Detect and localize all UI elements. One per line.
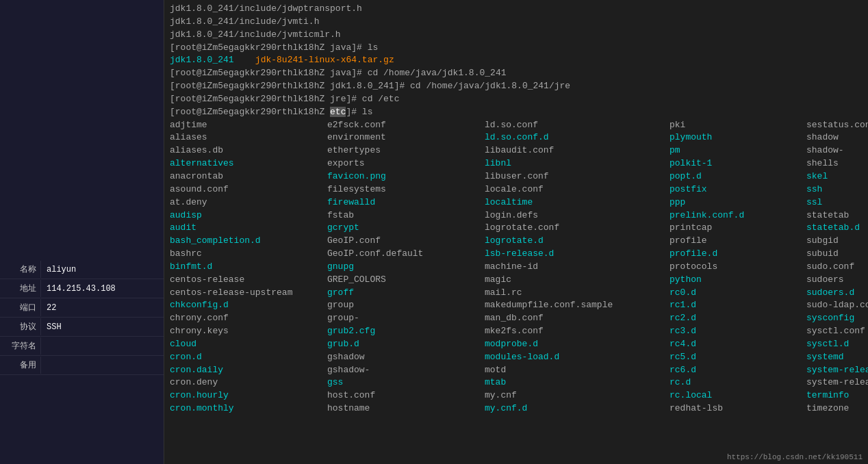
ls-item: rc.d <box>669 376 806 389</box>
ls-item: machine-id <box>485 261 669 274</box>
ls-item: gnupg <box>327 261 485 274</box>
terminal-prompt-cd2: [root@iZm5egagkkr290rthlk18hZ jdk1.8.0_2… <box>170 80 863 93</box>
ls-item: profile.d <box>669 248 806 261</box>
ls-item: lsb-release.d <box>485 248 669 261</box>
ls-col-5: sestatus.confshadowshadow-shellsskelsshs… <box>806 119 868 415</box>
ls-item: hostname <box>327 402 485 415</box>
ls-item: rc6.d <box>669 364 806 377</box>
sidebar-value-charset <box>41 344 52 349</box>
ls-item: cron.deny <box>170 376 327 389</box>
ls-item: sudoers.d <box>806 287 868 300</box>
ls-item: group <box>327 299 485 312</box>
ls-item: rc1.d <box>669 299 806 312</box>
sidebar-row-ip: 地址 114.215.43.108 <box>0 279 164 298</box>
ls-item: libaudit.conf <box>485 144 669 157</box>
sidebar-value-backup <box>41 363 52 368</box>
ls-item: cron.hourly <box>170 389 327 402</box>
ls-item: grub2.cfg <box>327 325 485 338</box>
ls-item: redhat-lsb <box>669 402 806 415</box>
terminal: jdk1.8.0_241/include/jdwptransport.h jdk… <box>164 0 868 464</box>
ls-item: ld.so.conf.d <box>485 131 669 144</box>
ls-item: ssl <box>806 196 868 209</box>
ls-item: gcrypt <box>327 222 485 235</box>
ls-item: bashrc <box>170 248 327 261</box>
ls-item: pki <box>669 119 806 132</box>
ls-item: rc5.d <box>669 351 806 364</box>
sidebar-row-port: 端口 22 <box>0 298 164 318</box>
ls-item: ssh <box>806 183 868 196</box>
ls-item: alternatives <box>170 157 327 170</box>
sidebar-label-protocol: 协议 <box>0 318 41 335</box>
ls-item: shadow- <box>806 144 868 157</box>
ls-item: aliases <box>170 131 327 144</box>
ls-item: modules-load.d <box>485 351 669 364</box>
ls-item: postfix <box>669 183 806 196</box>
ls-item: asound.conf <box>170 183 327 196</box>
ls-item: filesystems <box>327 183 485 196</box>
ls-item: mtab <box>485 376 669 389</box>
ls-item: firewalld <box>327 196 485 209</box>
ls-item: sudo.conf <box>806 261 868 274</box>
ls-item: man_db.conf <box>485 312 669 325</box>
ls-item: GeoIP.conf <box>327 235 485 248</box>
ls-item: statetab.d <box>806 222 868 235</box>
ls-item: grub.d <box>327 338 485 351</box>
ls-item: login.defs <box>485 209 669 222</box>
ls-item: sysconfig <box>806 312 868 325</box>
sidebar-value-protocol: SSH <box>41 320 67 335</box>
ls-item: cron.d <box>170 351 327 364</box>
ls-item: modprobe.d <box>485 338 669 351</box>
ls-output: adjtimealiasesaliases.dbalternativesanac… <box>170 119 863 415</box>
ls-item: system-release <box>806 364 868 377</box>
ls-item: protocols <box>669 261 806 274</box>
ls-item: GeoIP.conf.default <box>327 248 485 261</box>
ls-item: e2fsck.conf <box>327 119 485 132</box>
ls-item: mke2fs.conf <box>485 325 669 338</box>
ls-col-2: e2fsck.confenvironmentethertypesexportsf… <box>327 119 485 415</box>
terminal-prompt-ls: [root@iZm5egagkkr290rthlk18hZ java]# ls <box>170 42 863 55</box>
sidebar-row-protocol: 协议 SSH <box>0 318 164 337</box>
ls-item: ld.so.conf <box>485 119 669 132</box>
sidebar-row-charset: 字符名 <box>0 337 164 356</box>
ls-item: shells <box>806 157 868 170</box>
ls-item: sudoers <box>806 274 868 287</box>
ls-item: rc.local <box>669 389 806 402</box>
sidebar-value-name: aliyun <box>41 262 81 277</box>
terminal-line-3: jdk1.8.0_241/include/jvmticmlr.h <box>170 29 863 42</box>
sidebar-label-backup: 备用 <box>0 357 41 374</box>
ls-item: rc3.d <box>669 325 806 338</box>
ls-item: sysctl.d <box>806 338 868 351</box>
sidebar-value-port: 22 <box>41 300 62 315</box>
ls-item: chkconfig.d <box>170 299 327 312</box>
ls-item: terminfo <box>806 389 868 402</box>
ls-item: prelink.conf.d <box>669 209 806 222</box>
sidebar-row-backup: 备用 <box>0 356 164 375</box>
ls-item: printcap <box>669 222 806 235</box>
ls-item: at.deny <box>170 196 327 209</box>
ls-item: audit <box>170 222 327 235</box>
ls-item: audisp <box>170 209 327 222</box>
terminal-prompt-ls2: [root@iZm5egagkkr290rthlk18hZ etc]# ls <box>170 106 863 119</box>
ls-item: polkit-1 <box>669 157 806 170</box>
sidebar-label-port: 端口 <box>0 299 41 316</box>
ls-item: centos-release <box>170 274 327 287</box>
ls-item: gshadow- <box>327 364 485 377</box>
ls-item: system-release-cpe <box>806 376 868 389</box>
ls-item: plymouth <box>669 131 806 144</box>
ls-item: ppp <box>669 196 806 209</box>
sidebar-label-name: 名称 <box>0 261 41 278</box>
ls-item: cron.daily <box>170 364 327 377</box>
ls-item: sudo-ldap.conf <box>806 299 868 312</box>
sidebar: 名称 aliyun 地址 114.215.43.108 端口 22 协议 SSH… <box>0 0 164 464</box>
ls-item: my.cnf <box>485 389 669 402</box>
ls-item: gshadow <box>327 351 485 364</box>
ls-item: makedumpfile.conf.sample <box>485 299 669 312</box>
terminal-line-1: jdk1.8.0_241/include/jdwptransport.h <box>170 3 863 16</box>
ls-item: ethertypes <box>327 144 485 157</box>
ls-item: libnl <box>485 157 669 170</box>
ls-item: GREP_COLORS <box>327 274 485 287</box>
ls-item: chrony.conf <box>170 312 327 325</box>
ls-item: pm <box>669 144 806 157</box>
ls-item: my.cnf.d <box>485 402 669 415</box>
ls-item: popt.d <box>669 170 806 183</box>
